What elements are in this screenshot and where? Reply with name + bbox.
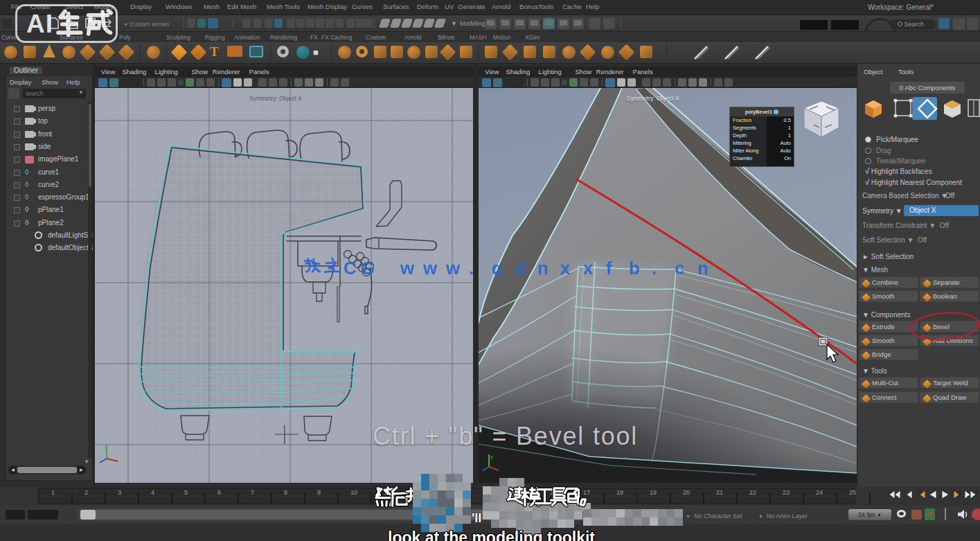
svg-text:y: y xyxy=(490,454,493,460)
svg-text:y: y xyxy=(105,444,107,450)
